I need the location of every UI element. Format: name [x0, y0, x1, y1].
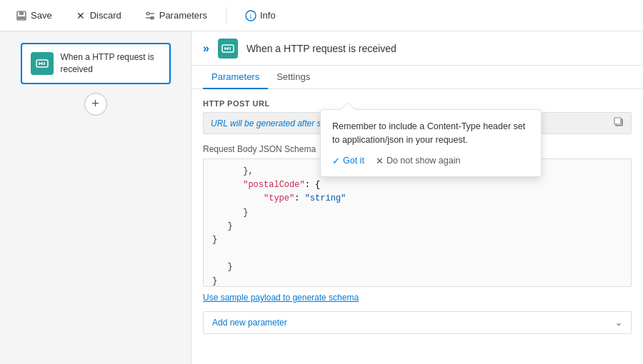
parameters-icon: [144, 10, 156, 21]
http-trigger-icon: [31, 52, 54, 75]
tab-parameters[interactable]: Parameters: [203, 66, 268, 89]
tooltip-popup: Remember to include a Content-Type heade…: [320, 109, 542, 177]
save-icon: [16, 10, 27, 21]
add-param-bar[interactable]: Add new parameter ⌄: [203, 311, 632, 334]
info-label: Info: [260, 10, 276, 21]
right-panel: » When a HTTP request is received Parame…: [191, 31, 643, 364]
discard-icon: ✕: [75, 10, 86, 21]
code-line-5: }: [212, 220, 622, 233]
svg-rect-22: [614, 118, 621, 124]
got-it-button[interactable]: ✓ Got it: [332, 156, 364, 166]
tooltip-actions: ✓ Got it ✕ Do not show again: [332, 156, 529, 166]
parameters-label: Parameters: [159, 10, 207, 21]
code-line-3: "type": "string": [212, 192, 622, 206]
expand-button[interactable]: »: [203, 42, 209, 55]
svg-rect-2: [18, 16, 25, 19]
tabs: Parameters Settings: [191, 66, 643, 89]
parameters-button[interactable]: Parameters: [140, 7, 211, 24]
toolbar: Save ✕ Discard Parameters i Info: [0, 0, 643, 31]
check-icon: ✓: [332, 156, 340, 166]
code-line-4: }: [212, 206, 622, 220]
x-icon: ✕: [376, 156, 384, 166]
panel-body: Remember to include a Content-Type heade…: [191, 89, 643, 364]
panel-header: » When a HTTP request is received: [191, 31, 643, 66]
code-line-2: "postalCode": {: [212, 178, 622, 192]
chevron-down-icon: ⌄: [615, 318, 622, 328]
svg-rect-1: [19, 11, 24, 15]
got-it-label: Got it: [343, 156, 364, 166]
toolbar-divider: [226, 7, 226, 24]
save-label: Save: [31, 10, 52, 21]
code-line-9: }: [212, 275, 622, 287]
discard-label: Discard: [90, 10, 121, 21]
sidebar: When a HTTP request is received +: [0, 31, 191, 364]
http-trigger-card[interactable]: When a HTTP request is received: [21, 43, 171, 84]
code-scroll[interactable]: }, "postalCode": { "type": "string" } } …: [204, 159, 631, 286]
code-line-6: }: [212, 233, 622, 247]
dismiss-label: Do not show again: [387, 156, 461, 166]
discard-button[interactable]: ✕ Discard: [71, 7, 126, 24]
save-button[interactable]: Save: [11, 7, 56, 24]
info-icon: i: [245, 10, 256, 21]
code-line-8: }: [212, 261, 622, 274]
tab-settings[interactable]: Settings: [268, 66, 319, 89]
svg-text:i: i: [250, 12, 252, 20]
panel-trigger-icon: [218, 39, 238, 59]
tooltip-message: Remember to include a Content-Type heade…: [332, 120, 529, 147]
add-param-label: Add new parameter: [212, 318, 287, 328]
add-step-button[interactable]: +: [84, 93, 107, 116]
dismiss-button[interactable]: ✕ Do not show again: [376, 156, 461, 166]
plus-icon: +: [91, 96, 99, 111]
schema-link[interactable]: Use sample payload to generate schema: [203, 293, 359, 303]
code-area: }, "postalCode": { "type": "string" } } …: [203, 158, 632, 287]
copy-url-button[interactable]: [614, 117, 624, 129]
code-line-7: [212, 247, 622, 261]
http-trigger-label: When a HTTP request is received: [61, 51, 161, 76]
info-button[interactable]: i Info: [241, 7, 280, 24]
panel-title: When a HTTP request is received: [246, 43, 632, 54]
url-section-label: HTTP POST URL: [203, 99, 632, 108]
svg-point-3: [146, 12, 149, 15]
main-area: When a HTTP request is received + » When…: [0, 31, 643, 364]
